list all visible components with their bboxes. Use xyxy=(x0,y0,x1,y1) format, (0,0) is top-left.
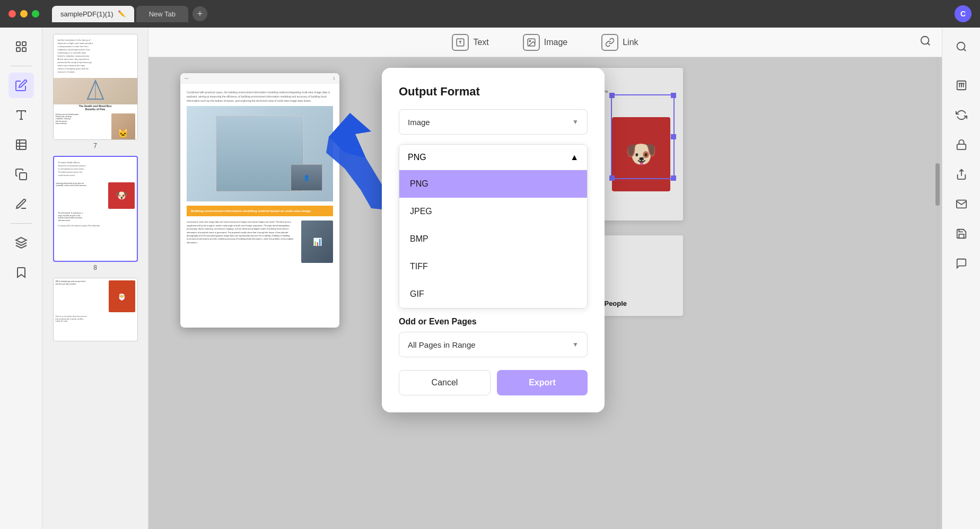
thumbnail-page-9[interactable]: HAT is heading large-scale surveys to fi… xyxy=(47,278,144,341)
subformat-current-value: PNG xyxy=(408,153,426,162)
top-toolbar: Text Image xyxy=(148,28,942,57)
thumbnail-panel[interactable]: laid the foundation for the theory ofdis… xyxy=(42,28,148,529)
export-button[interactable]: Export xyxy=(497,370,588,395)
modal-backdrop[interactable]: ••• 1 Combined with practical cases, the… xyxy=(148,57,942,529)
option-tiff-label: TIFF xyxy=(410,262,428,271)
text-tool-button[interactable]: Text xyxy=(441,30,499,55)
sidebar-item-copy[interactable] xyxy=(8,162,34,187)
right-save-icon[interactable] xyxy=(949,221,974,246)
search-button[interactable] xyxy=(920,35,931,49)
svg-rect-6 xyxy=(16,140,26,149)
maximize-button[interactable] xyxy=(32,10,39,17)
pages-dropdown[interactable]: All Pages in Range ▼ xyxy=(399,332,588,357)
right-ocr-icon[interactable] xyxy=(949,73,974,98)
sidebar-item-text[interactable] xyxy=(8,102,34,128)
right-lock-icon[interactable] xyxy=(949,132,974,157)
thumb-page-7-preview: laid the foundation for the theory ofdis… xyxy=(53,34,138,140)
thumb-label-7: 7 xyxy=(93,142,97,149)
svg-rect-2 xyxy=(16,48,20,51)
app-body: laid the foundation for the theory ofdis… xyxy=(0,28,980,529)
format-dropdown[interactable]: Image ▼ xyxy=(399,109,588,135)
option-jpeg-label: JPEG xyxy=(410,207,432,216)
minimize-button[interactable] xyxy=(20,10,28,17)
pdf-preview-header: ••• 1 xyxy=(180,73,339,84)
right-share-icon[interactable] xyxy=(949,162,974,187)
thumb7-title: The Health and Mood-BooBenefits of Pets xyxy=(54,104,137,111)
option-gif-label: GIF xyxy=(410,289,424,299)
right-divider xyxy=(961,66,961,66)
svg-marker-11 xyxy=(16,237,27,243)
sidebar-item-layers[interactable] xyxy=(8,230,34,255)
traffic-lights xyxy=(8,10,39,17)
dropdown-option-jpeg[interactable]: JPEG xyxy=(399,198,587,225)
svg-rect-0 xyxy=(16,42,20,46)
thumb-page-8-preview: Possible Health Effects Research is in h… xyxy=(53,156,138,262)
thumb-page-9-preview: HAT is heading large-scale surveys to fi… xyxy=(53,278,138,341)
thumb-label-8: 8 xyxy=(93,264,97,271)
subformat-arrow-up: ▲ xyxy=(570,153,579,162)
dropdown-option-png[interactable]: PNG xyxy=(399,170,587,198)
format-value: Image xyxy=(408,118,430,127)
thumbnail-page-7[interactable]: laid the foundation for the theory ofdis… xyxy=(47,34,144,149)
edit-icon[interactable]: ✏️ xyxy=(118,10,126,17)
pdf-preview-page-num: 1 xyxy=(333,76,335,81)
sidebar-item-pages[interactable] xyxy=(8,132,34,157)
user-avatar[interactable]: C xyxy=(955,5,972,22)
new-tab-button[interactable]: + xyxy=(192,6,207,21)
image-tool-button[interactable]: Image xyxy=(512,30,578,55)
main-content: Text Image xyxy=(148,28,942,529)
link-tool-button[interactable]: Link xyxy=(591,30,649,55)
pages-dropdown-arrow: ▼ xyxy=(572,341,579,348)
sidebar-item-bookmark[interactable] xyxy=(8,260,34,285)
svg-point-19 xyxy=(921,37,929,45)
right-convert-icon[interactable] xyxy=(949,102,974,128)
option-png-label: PNG xyxy=(410,179,428,189)
sidebar-item-annotate[interactable] xyxy=(8,191,34,217)
tab-bar: samplePDF(1)(1) ✏️ New Tab + xyxy=(52,6,955,22)
link-icon xyxy=(601,34,618,51)
svg-point-18 xyxy=(529,40,530,41)
pdf-orange-text: Building environment information modelin… xyxy=(191,209,311,213)
subformat-dropdown-open[interactable]: PNG ▲ PNG JPEG BMP TIFF xyxy=(399,144,588,308)
svg-rect-3 xyxy=(22,48,26,51)
link-tool-label: Link xyxy=(623,38,638,47)
tab-active[interactable]: samplePDF(1)(1) ✏️ xyxy=(52,6,134,22)
right-comment-icon[interactable] xyxy=(949,251,974,276)
subformat-dropdown-header[interactable]: PNG ▲ xyxy=(399,145,587,170)
dropdown-option-tiff[interactable]: TIFF xyxy=(399,253,587,280)
titlebar: samplePDF(1)(1) ✏️ New Tab + C xyxy=(0,0,980,28)
image-tool-label: Image xyxy=(544,38,567,47)
tab-new-label: New Tab xyxy=(149,10,176,18)
sidebar-item-edit[interactable] xyxy=(8,73,34,98)
pdf-preview-image: 👤 xyxy=(187,106,333,201)
svg-rect-10 xyxy=(20,173,27,180)
svg-rect-1 xyxy=(22,42,26,46)
image-icon xyxy=(523,34,540,51)
svg-line-20 xyxy=(928,43,930,45)
export-dialog: Output Format Image ▼ PNG ▲ PNG xyxy=(382,68,605,412)
dropdown-option-gif[interactable]: GIF xyxy=(399,280,587,308)
dialog-title: Output Format xyxy=(399,85,588,99)
svg-point-24 xyxy=(957,42,965,50)
cancel-button[interactable]: Cancel xyxy=(399,370,491,395)
sidebar-item-thumbnails[interactable] xyxy=(8,34,34,59)
close-button[interactable] xyxy=(8,10,16,17)
left-sidebar xyxy=(0,28,42,529)
right-mail-icon[interactable] xyxy=(949,191,974,217)
thumbnail-page-8[interactable]: Possible Health Effects Research is in h… xyxy=(47,156,144,271)
right-search-icon[interactable] xyxy=(949,34,974,59)
text-tool-label: Text xyxy=(473,38,488,47)
pdf-preview-body: Combined with practical cases, the build… xyxy=(180,84,339,269)
dropdown-option-bmp[interactable]: BMP xyxy=(399,225,587,253)
tab-active-label: samplePDF(1)(1) xyxy=(60,10,113,18)
svg-rect-31 xyxy=(957,144,966,149)
right-sidebar xyxy=(942,28,980,529)
plus-icon: + xyxy=(197,8,203,20)
pdf-orange-box: Building environment information modelin… xyxy=(187,206,333,216)
user-initial: C xyxy=(960,10,966,18)
pages-value: All Pages in Range xyxy=(408,340,476,349)
svg-line-25 xyxy=(964,49,966,51)
tab-new[interactable]: New Tab xyxy=(136,6,188,22)
sidebar-divider-1 xyxy=(11,66,32,66)
text-icon xyxy=(452,34,469,51)
